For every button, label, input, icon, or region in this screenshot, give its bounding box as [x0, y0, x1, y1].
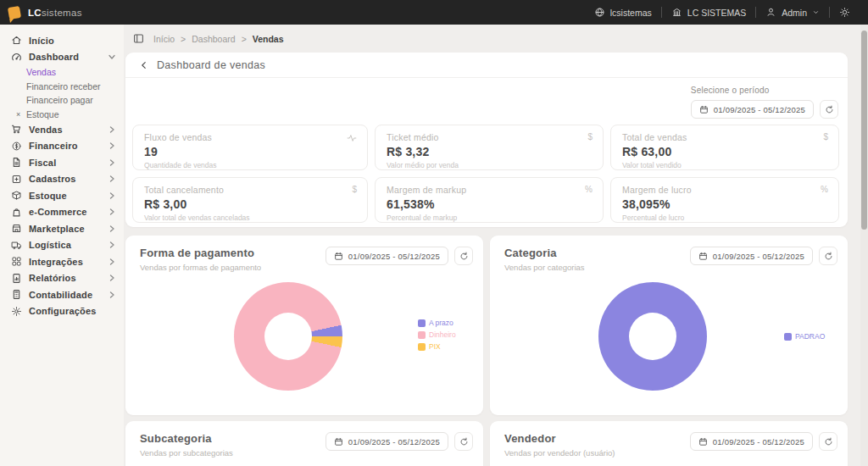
- sidebar-item-inicio[interactable]: Início: [0, 32, 124, 49]
- chart-date-range-input[interactable]: 01/09/2025 - 05/12/2025: [690, 247, 813, 265]
- legend-item-a-prazo[interactable]: A prazo: [418, 319, 456, 327]
- chart-date-range-value: 01/09/2025 - 05/12/2025: [713, 252, 804, 261]
- sidebar-item-label: Relatórios: [29, 273, 76, 283]
- sidebar-subitem-financeiro-pagar[interactable]: Financeiro pagar: [0, 93, 124, 108]
- user-name: Admin: [782, 8, 807, 18]
- user-menu[interactable]: Admin: [756, 7, 829, 18]
- period-date-range-input[interactable]: 01/09/2025 - 05/12/2025: [691, 100, 814, 119]
- back-button[interactable]: [140, 61, 148, 69]
- legend-item-padrao[interactable]: PADRAO: [784, 332, 825, 341]
- categories-panel: Categoria Vendas por categorias 01/09/20…: [490, 236, 848, 415]
- box-icon: [11, 190, 22, 201]
- chevron-right-icon: [108, 241, 115, 248]
- chart-legend: PADRAO: [784, 332, 825, 341]
- brand-logo[interactable]: LCsistemas: [8, 7, 82, 19]
- topbar: LCsistemas lcsistemas LC SISTEMAS Admin: [0, 0, 868, 25]
- categories-donut-chart[interactable]: [598, 282, 707, 391]
- refresh-button[interactable]: [820, 100, 838, 119]
- document-icon: [11, 157, 22, 168]
- sidebar-item-financeiro[interactable]: Financeiro: [0, 138, 124, 155]
- scrollbar-track[interactable]: [860, 25, 868, 466]
- chart-subtitle: Vendas por vendedor (usuário): [504, 448, 615, 458]
- chevron-right-icon: [108, 258, 115, 265]
- sidebar-toggle-icon[interactable]: [133, 33, 144, 44]
- sidebar-item-label: Integrações: [29, 257, 83, 267]
- calculator-icon: [11, 289, 22, 300]
- stat-card-margem-de-markup: Margem de markup % 61,538% Percentual de…: [375, 177, 604, 223]
- calendar-icon: [334, 252, 343, 261]
- sidebar-item-configuracoes[interactable]: Configurações: [0, 303, 124, 320]
- sidebar-subitem-financeiro-receber[interactable]: Financeiro receber: [0, 80, 124, 94]
- sidebar-item-fiscal[interactable]: Fiscal: [0, 154, 124, 171]
- folder-plus-icon: [11, 174, 22, 185]
- chart-subtitle: Vendas por categorias: [504, 263, 585, 272]
- refresh-button[interactable]: [819, 432, 837, 451]
- sidebar-item-label: Cadastros: [29, 174, 76, 184]
- shopping-bag-icon: [11, 207, 22, 218]
- breadcrumb-dashboard[interactable]: Dashboard: [192, 34, 235, 44]
- payment-methods-donut-chart[interactable]: [234, 282, 342, 391]
- x-marker-icon: ×: [16, 110, 26, 119]
- building-icon: [671, 7, 682, 18]
- sidebar-item-label: e-Commerce: [29, 207, 87, 217]
- breadcrumb-separator: >: [181, 34, 186, 44]
- sidebar-item-estoque[interactable]: Estoque: [0, 187, 124, 204]
- refresh-button[interactable]: [454, 432, 473, 451]
- sidebar-subitem-estoque[interactable]: ×Estoque: [0, 108, 124, 122]
- theme-toggle-button[interactable]: [830, 7, 860, 18]
- sidebar-item-logistica[interactable]: Logística: [0, 237, 124, 254]
- sidebar-item-dashboard[interactable]: Dashboard: [0, 49, 124, 66]
- stat-value: R$ 63,00: [622, 145, 827, 158]
- chart-date-range-input[interactable]: 01/09/2025 - 05/12/2025: [690, 432, 813, 451]
- sidebar-item-marketplace[interactable]: Marketplace: [0, 220, 124, 237]
- sidebar-subitem-vendas[interactable]: Vendas: [0, 65, 124, 80]
- chevron-right-icon: [108, 192, 115, 199]
- legend-label: PADRAO: [795, 332, 825, 341]
- main-content: Início > Dashboard > Vendas Dashboard de…: [124, 25, 868, 466]
- stat-card-grid: Fluxo de vendas 19 Quantidade de vendas …: [132, 125, 839, 223]
- legend-item-dinheiro[interactable]: Dinheiro: [418, 330, 456, 339]
- legend-item-pix[interactable]: PIX: [418, 342, 456, 351]
- truck-icon: [11, 240, 22, 251]
- sidebar-item-contabilidade[interactable]: Contabilidade: [0, 286, 124, 303]
- chart-subtitle: Vendas por subcategorias: [140, 448, 233, 458]
- company-menu[interactable]: LC SISTEMAS: [662, 7, 755, 18]
- refresh-button[interactable]: [819, 247, 837, 265]
- chart-date-range-input[interactable]: 01/09/2025 - 05/12/2025: [326, 432, 448, 451]
- sidebar-item-cadastros[interactable]: Cadastros: [0, 171, 124, 188]
- modules-icon: [11, 256, 22, 267]
- chart-title: Forma de pagamento: [140, 247, 261, 259]
- sidebar-item-label: Vendas: [29, 125, 63, 135]
- sidebar-item-label: Configurações: [29, 306, 97, 316]
- sidebar-item-relatorios[interactable]: Relatórios: [0, 270, 124, 287]
- sidebar-item-label: Contabilidade: [29, 290, 92, 300]
- gear-icon: [11, 306, 22, 317]
- brand-name-bold: LC: [28, 8, 42, 18]
- legend-swatch: [418, 331, 426, 339]
- home-icon: [11, 35, 22, 46]
- sidebar-subitem-label: Estoque: [26, 109, 59, 119]
- sidebar-item-vendas[interactable]: Vendas: [0, 121, 124, 138]
- breadcrumb-current: Vendas: [253, 34, 284, 44]
- sidebar-subitem-label: Financeiro receber: [26, 81, 101, 92]
- scrollbar-thumb[interactable]: [861, 31, 867, 230]
- stat-value: R$ 3,00: [144, 197, 356, 211]
- workspace-menu[interactable]: lcsistemas: [585, 7, 661, 18]
- stat-card-total-cancelamento: Total cancelamento $ R$ 3,00 Valor total…: [132, 177, 368, 223]
- cart-icon: [11, 124, 22, 135]
- user-icon: [765, 7, 776, 18]
- chart-date-range-input[interactable]: 01/09/2025 - 05/12/2025: [326, 247, 448, 265]
- stat-value: 61,538%: [387, 197, 592, 211]
- stat-title: Total cancelamento: [144, 185, 356, 195]
- report-icon: [11, 273, 22, 284]
- sidebar-item-ecommerce[interactable]: e-Commerce: [0, 204, 124, 221]
- legend-label: A prazo: [429, 319, 453, 327]
- refresh-button[interactable]: [454, 247, 473, 265]
- sidebar-item-integracoes[interactable]: Integrações: [0, 253, 124, 270]
- company-name: LC SISTEMAS: [687, 8, 746, 18]
- sidebar-item-label: Dashboard: [29, 52, 79, 62]
- chevron-right-icon: [108, 126, 115, 133]
- lc-logo-icon: [8, 5, 21, 19]
- legend-label: PIX: [429, 342, 441, 351]
- breadcrumb-inicio[interactable]: Início: [153, 34, 175, 44]
